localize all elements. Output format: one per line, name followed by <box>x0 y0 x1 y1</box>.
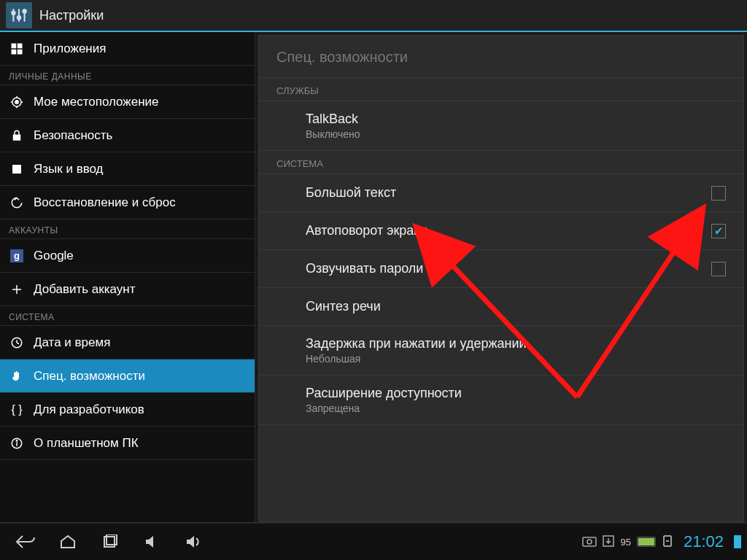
sidebar-item-label: Спец. возможности <box>34 369 145 384</box>
setting-title: Озвучивать пароли <box>306 261 711 276</box>
svg-rect-9 <box>18 50 22 53</box>
apps-icon <box>9 41 25 57</box>
sidebar-item-label: Дата и время <box>34 335 110 350</box>
sidebar-item-дата-и-время[interactable]: Дата и время <box>0 326 255 359</box>
plus-icon <box>9 281 25 298</box>
sidebar-item-мое-местоположение[interactable]: Мое местоположение <box>0 85 255 119</box>
home-button[interactable] <box>48 527 88 556</box>
info-icon <box>9 435 25 451</box>
setting-row-задержка-при-нажатии-и-удержании[interactable]: Задержка при нажатии и удержанииНебольша… <box>259 326 743 376</box>
setting-subtitle: Небольшая <box>306 353 726 365</box>
content-pane: Спец. возможности СЛУЖБЫTalkBackВыключен… <box>258 35 744 522</box>
camera-status-icon <box>582 535 597 549</box>
orientation-lock-icon <box>662 535 673 549</box>
sidebar-item-добавить-аккаунт[interactable]: Добавить аккаунт <box>0 273 255 306</box>
sidebar-item-google[interactable]: gGoogle <box>0 239 255 273</box>
sidebar-section-header: СИСТЕМА <box>0 306 255 326</box>
sidebar-section-header: АККАУНТЫ <box>0 219 255 239</box>
sidebar-item-о-планшетном-пк[interactable]: О планшетном ПК <box>0 427 255 460</box>
battery-indicator-icon: 95 <box>637 537 656 547</box>
setting-row-большой-текст[interactable]: Большой текст <box>259 174 743 212</box>
svg-line-23 <box>17 343 19 344</box>
battery-percent-text: 95 <box>620 537 630 548</box>
sidebar-item-безопасность[interactable]: Безопасность <box>0 119 255 152</box>
setting-title: Расширение доступности <box>306 386 726 401</box>
setting-row-расширение-доступности[interactable]: Расширение доступностиЗапрещена <box>259 376 743 425</box>
google-icon: g <box>9 248 25 264</box>
content-section-header: СЛУЖБЫ <box>259 78 743 101</box>
setting-row-talkback[interactable]: TalkBackВыключено <box>259 101 743 151</box>
sidebar-item-label: Для разработчиков <box>34 402 144 417</box>
svg-point-10 <box>15 100 19 104</box>
setting-title: Синтез речи <box>306 299 726 314</box>
language-icon: A <box>9 161 25 177</box>
svg-point-32 <box>587 540 592 544</box>
setting-row-озвучивать-пароли[interactable]: Озвучивать пароли <box>259 250 743 288</box>
setting-subtitle: Выключено <box>306 128 726 140</box>
sidebar-item-label: О планшетном ПК <box>34 436 139 451</box>
hand-icon <box>9 368 25 384</box>
battery-icon <box>734 535 741 548</box>
svg-rect-31 <box>583 537 596 546</box>
settings-sidebar[interactable]: ПриложенияЛИЧНЫЕ ДАННЫЕМое местоположени… <box>0 32 255 522</box>
setting-title: Большой текст <box>306 185 711 201</box>
back-button[interactable] <box>6 527 45 556</box>
sidebar-item-для-разработчиков[interactable]: { }Для разработчиков <box>0 393 255 427</box>
sidebar-item-label: Язык и ввод <box>34 162 104 176</box>
braces-icon: { } <box>9 402 25 418</box>
recents-button[interactable] <box>90 527 130 556</box>
setting-title: Задержка при нажатии и удержании <box>306 336 726 351</box>
checkbox[interactable] <box>711 224 726 238</box>
content-section-header: СИСТЕМА <box>259 151 743 174</box>
volume-down-button[interactable] <box>133 527 172 556</box>
backup-icon <box>9 195 25 211</box>
app-title: Настройки <box>39 8 104 23</box>
setting-title: TalkBack <box>306 112 726 127</box>
svg-point-5 <box>23 9 26 12</box>
content-title: Спец. возможности <box>259 36 743 78</box>
svg-rect-8 <box>12 50 15 53</box>
sidebar-item-label: Безопасность <box>34 128 112 143</box>
clock-text: 21:02 <box>684 532 724 551</box>
lock-icon <box>9 128 25 144</box>
setting-title: Автоповорот экрана <box>306 223 711 238</box>
sidebar-item-label: Добавить аккаунт <box>34 282 136 297</box>
download-status-icon <box>603 535 614 549</box>
setting-subtitle: Запрещена <box>306 402 726 414</box>
sidebar-item-label: Google <box>34 249 74 263</box>
location-icon <box>9 94 25 110</box>
status-tray[interactable]: 95 95 21:02 <box>582 532 741 551</box>
sidebar-item-label: Приложения <box>34 42 106 56</box>
setting-row-автоповорот-экрана[interactable]: Автоповорот экрана <box>259 212 743 250</box>
title-bar: Настройки <box>0 0 747 32</box>
svg-point-3 <box>18 16 20 19</box>
sidebar-item-восстановление-и-сброс[interactable]: Восстановление и сброс <box>0 186 255 219</box>
settings-app-icon <box>6 2 32 28</box>
checkbox[interactable] <box>711 262 726 276</box>
system-navbar: 95 95 21:02 <box>0 522 747 560</box>
setting-row-синтез-речи[interactable]: Синтез речи <box>259 288 743 326</box>
svg-rect-16 <box>14 135 20 140</box>
svg-rect-7 <box>18 44 22 47</box>
sidebar-section-header: ЛИЧНЫЕ ДАННЫЕ <box>0 66 255 85</box>
checkbox[interactable] <box>711 186 726 201</box>
svg-point-26 <box>16 440 18 441</box>
svg-point-1 <box>12 12 15 15</box>
sidebar-item-язык-и-ввод[interactable]: AЯзык и ввод <box>0 152 255 186</box>
svg-text:A: A <box>15 166 19 173</box>
sidebar-item-приложения[interactable]: Приложения <box>0 32 255 66</box>
sidebar-item-спец-возможности[interactable]: Спец. возможности <box>0 359 255 393</box>
sidebar-item-label: Восстановление и сброс <box>34 195 176 210</box>
sidebar-item-label: Мое местоположение <box>34 95 159 109</box>
svg-rect-6 <box>12 44 15 47</box>
clock-icon <box>9 335 25 351</box>
volume-up-button[interactable] <box>175 527 214 556</box>
